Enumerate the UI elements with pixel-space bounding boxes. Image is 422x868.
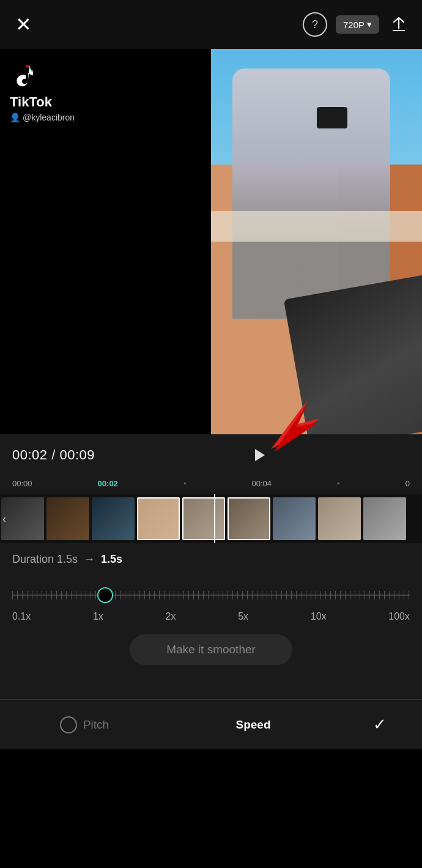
time-display: 00:02 / 00:09 [12,447,95,463]
thumbnail-8 [318,497,361,540]
bottom-bar: Pitch Speed ✓ [0,699,422,749]
video-frame [211,49,422,434]
ruler-dot-2: • [337,479,340,488]
play-icon [248,444,270,466]
ruler-label-2: 00:04 [252,479,272,488]
thumbnail-7 [273,497,316,540]
speed-label-1x: 1x [93,611,103,622]
tiktok-icon [10,60,39,89]
duration-new-value: 1.5s [101,553,122,566]
speed-track[interactable] [12,585,410,605]
smoother-section: Make it smoother [0,622,422,675]
tiktok-app-name: TikTok [10,94,52,110]
spacer [0,675,422,699]
speed-label-2x: 2x [166,611,176,622]
video-right-panel [211,49,422,434]
close-button[interactable]: ✕ [12,13,34,35]
ruler-label-3: 0 [405,479,410,488]
duration-row: Duration 1.5s → 1.5s [0,543,422,576]
playhead [214,494,215,543]
checkmark-icon: ✓ [373,715,387,734]
speed-track-line [12,595,410,596]
time-separator: / [51,447,59,462]
thumbnail-3 [92,497,135,540]
tick-marks [12,591,410,599]
video-left-panel: TikTok 👤 @kyleacibron [0,49,211,434]
top-bar-right: ? 720P ▾ [303,12,410,37]
top-bar: ✕ ? 720P ▾ [0,0,422,49]
tiktok-logo: TikTok 👤 @kyleacibron [10,60,75,122]
confirm-button[interactable]: ✓ [338,700,422,749]
speed-labels: 0.1x 1x 2x 5x 10x 100x [12,605,410,622]
ruler-label-0: 00:00 [12,479,32,488]
timeline-ruler: 00:00 00:02 • 00:04 • 0 [0,472,422,494]
duration-arrow: → [84,553,95,566]
handle-text: @kyleacibron [23,113,75,122]
speed-thumb[interactable] [97,587,113,603]
controls-area: 00:02 / 00:09 [0,434,422,472]
ruler-labels: 00:00 00:02 • 00:04 • 0 [6,479,416,488]
make-smoother-button[interactable]: Make it smoother [130,634,292,665]
upload-icon [390,16,407,33]
current-time: 00:02 [12,447,48,462]
dropdown-icon: ▾ [367,19,372,30]
speed-label: Speed [235,718,270,732]
video-area: TikTok 👤 @kyleacibron [0,49,422,434]
pitch-tab[interactable]: Pitch [0,700,169,749]
speed-tab[interactable]: Speed [169,700,338,749]
ruler-dot-1: • [183,479,187,488]
upload-button[interactable] [388,13,410,35]
speed-label-5x: 5x [238,611,248,622]
left-arrow[interactable]: ‹ [2,513,6,525]
speed-label-10x: 10x [311,611,327,622]
thumbnail-5 [182,497,225,540]
tiktok-handle: 👤 @kyleacibron [10,113,75,122]
pitch-circle-icon [60,716,77,733]
top-bar-left: ✕ [12,13,34,35]
quality-button[interactable]: 720P ▾ [336,15,379,34]
thumbnail-6 [228,497,270,540]
thumbnail-2 [46,497,89,540]
help-icon: ? [312,18,318,31]
person-icon: 👤 [10,113,20,122]
help-button[interactable]: ? [303,12,327,37]
close-icon: ✕ [15,13,32,36]
total-time: 00:09 [59,447,95,462]
speed-section: 0.1x 1x 2x 5x 10x 100x [0,576,422,622]
thumbnail-4 [137,497,180,540]
thumbnail-1 [1,497,44,540]
thumbnail-9 [363,497,406,540]
quality-label: 720P [343,20,365,30]
pitch-label: Pitch [83,718,109,732]
duration-label: Duration 1.5s [12,553,78,566]
ruler-label-1: 00:02 [98,479,118,488]
play-button[interactable] [246,443,271,467]
speed-label-100x: 100x [388,611,410,622]
thumbnail-strip: ‹ [0,494,422,543]
speed-label-01x: 0.1x [12,611,31,622]
